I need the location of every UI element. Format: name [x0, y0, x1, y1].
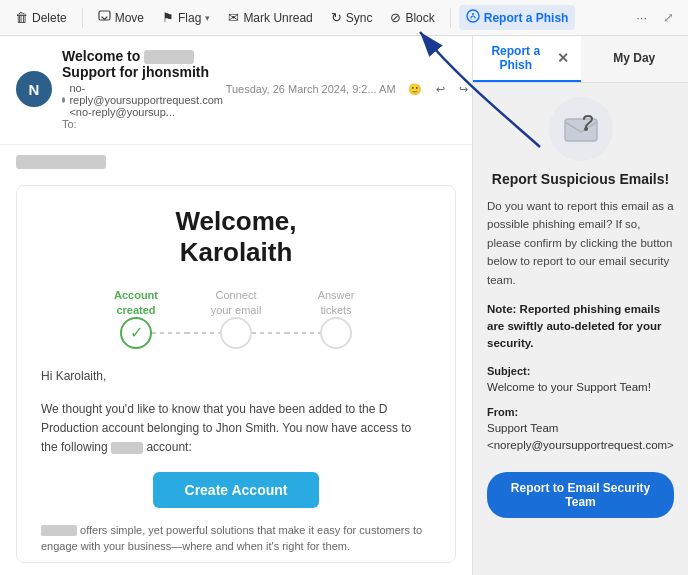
email-title-suffix: Support for jhonsmith — [62, 64, 209, 80]
step2-row — [186, 317, 286, 349]
body-text2: account: — [146, 440, 191, 454]
subject-blurred — [16, 155, 106, 169]
svg-point-2 — [472, 13, 474, 15]
toolbar-mark-unread-label: Mark Unread — [243, 11, 312, 25]
toolbar-move-label: Move — [115, 11, 144, 25]
report-to-security-button[interactable]: Report to Email Security Team — [487, 472, 674, 518]
step2-label: Connectyour email — [211, 288, 262, 317]
svg-rect-3 — [565, 119, 597, 141]
email-card: Welcome, Karolaith Accountcreated ✓ — [16, 185, 456, 563]
toolbar-move[interactable]: Move — [91, 6, 151, 30]
step3-row — [286, 317, 386, 349]
email-from-address: no-reply@yoursupportrequest.com <no-repl… — [69, 82, 225, 118]
side-panel: Report a Phish ✕ My Day R — [473, 36, 688, 575]
create-account-button[interactable]: Create Account — [153, 472, 320, 508]
phish-panel-note: Note: Reported phishing emails are swift… — [487, 301, 674, 353]
company-blurred-2 — [111, 442, 143, 454]
svg-rect-0 — [99, 11, 110, 20]
phish-panel-title: Report Suspicious Emails! — [492, 171, 669, 187]
step1-label: Accountcreated — [114, 288, 158, 317]
email-title: Welcome to Support for jhonsmith — [62, 48, 226, 80]
phish-from-field: From: Support Team <noreply@yoursupportr… — [487, 406, 674, 455]
reply-button[interactable]: ↩ — [432, 81, 449, 98]
phish-subject-field: Subject: Welcome to your Support Team! — [487, 365, 674, 396]
phish-panel-description: Do you want to report this email as a po… — [487, 197, 674, 289]
greeting-text: Hi Karolaith, — [41, 369, 106, 383]
forward-button[interactable]: ↪ — [455, 81, 472, 98]
step1-line — [152, 332, 186, 334]
toolbar-report-phish[interactable]: Report a Phish — [459, 5, 576, 30]
steps-container: Accountcreated ✓ Connectyour email — [41, 288, 431, 349]
unread-dot — [62, 97, 65, 103]
toolbar-delete-label: Delete — [32, 11, 67, 25]
step-account-created: Accountcreated ✓ — [86, 288, 186, 349]
mark-unread-icon: ✉ — [228, 10, 239, 25]
welcome-line2: Karolaith — [180, 237, 293, 267]
side-panel-tabs: Report a Phish ✕ My Day — [473, 36, 688, 83]
toolbar-report-phish-label: Report a Phish — [484, 11, 569, 25]
email-panel: N Welcome to Support for jhonsmith no-re… — [0, 36, 473, 575]
step1-row: ✓ — [86, 317, 186, 349]
toolbar-flag[interactable]: ⚑ Flag ▾ — [155, 6, 217, 29]
toolbar-resize-button[interactable]: ⤢ — [657, 6, 680, 29]
email-from: no-reply@yoursupportrequest.com <no-repl… — [62, 82, 226, 118]
main-area: N Welcome to Support for jhonsmith no-re… — [0, 36, 688, 575]
phish-email-icon — [562, 110, 600, 148]
phish-subject-label: Subject: — [487, 365, 674, 377]
phish-report-panel: Report Suspicious Emails! Do you want to… — [473, 83, 688, 575]
card-body-greeting: Hi Karolaith, — [41, 367, 431, 386]
email-company-blurred — [144, 50, 194, 64]
avatar: N — [16, 71, 52, 107]
toolbar-delete[interactable]: 🗑 Delete — [8, 6, 74, 29]
step-answer-tickets: Answertickets — [286, 288, 386, 349]
step3-label: Answertickets — [318, 288, 355, 317]
toolbar-flag-label: Flag — [178, 11, 201, 25]
email-meta: Welcome to Support for jhonsmith no-repl… — [62, 48, 226, 130]
step1-check-icon: ✓ — [130, 323, 143, 342]
block-icon: ⊘ — [390, 10, 401, 25]
step2-line-right — [252, 332, 286, 334]
phish-from-name: Support Team — [487, 420, 674, 437]
email-subject-row: N Welcome to Support for jhonsmith no-re… — [16, 48, 456, 130]
welcome-line1: Welcome, — [176, 206, 297, 236]
email-date-actions: 🙂 ↩ ↪ ··· — [404, 81, 473, 98]
phish-subject-value: Welcome to your Support Team! — [487, 379, 674, 396]
phish-from-label: From: — [487, 406, 674, 418]
emoji-reaction-button[interactable]: 🙂 — [404, 81, 426, 98]
sync-icon: ↻ — [331, 10, 342, 25]
step3-circle — [320, 317, 352, 349]
step1-circle: ✓ — [120, 317, 152, 349]
delete-icon: 🗑 — [15, 10, 28, 25]
email-card-inner: Welcome, Karolaith Accountcreated ✓ — [17, 186, 455, 563]
report-phish-icon — [466, 9, 480, 26]
flag-chevron-icon: ▾ — [205, 13, 210, 23]
svg-point-4 — [584, 127, 588, 131]
email-date-area: Tuesday, 26 March 2024, 9:2... AM 🙂 ↩ ↪ … — [226, 81, 473, 98]
phish-from-email: <noreply@yoursupportrequest.com> — [487, 437, 674, 454]
email-to: To: — [62, 118, 226, 130]
footer-text: offers simple, yet powerful solutions th… — [41, 524, 422, 553]
step2-line-left — [186, 332, 220, 334]
welcome-heading: Welcome, Karolaith — [41, 206, 431, 268]
toolbar-separator-2 — [450, 8, 451, 28]
toolbar-block-label: Block — [405, 11, 434, 25]
tab-report-phish[interactable]: Report a Phish ✕ — [473, 36, 581, 82]
tab-my-day[interactable]: My Day — [581, 36, 689, 82]
tab-report-phish-close[interactable]: ✕ — [555, 50, 571, 66]
email-subject-blurred-area — [0, 145, 472, 177]
move-icon — [98, 10, 111, 26]
toolbar-block[interactable]: ⊘ Block — [383, 6, 441, 29]
step2-circle — [220, 317, 252, 349]
toolbar-mark-unread[interactable]: ✉ Mark Unread — [221, 6, 319, 29]
toolbar-sync[interactable]: ↻ Sync — [324, 6, 380, 29]
toolbar-separator-1 — [82, 8, 83, 28]
card-footer-text: offers simple, yet powerful solutions th… — [41, 522, 431, 555]
flag-icon: ⚑ — [162, 10, 174, 25]
card-body-main: We thought you'd like to know that you h… — [41, 400, 431, 458]
tab-report-phish-label: Report a Phish — [483, 44, 549, 72]
email-header: N Welcome to Support for jhonsmith no-re… — [0, 36, 472, 145]
body-text: We thought you'd like to know that you h… — [41, 402, 411, 454]
toolbar-more-button[interactable]: ··· — [630, 6, 653, 29]
toolbar-sync-label: Sync — [346, 11, 373, 25]
toolbar: 🗑 Delete Move ⚑ Flag ▾ ✉ Mark Unread ↻ S… — [0, 0, 688, 36]
